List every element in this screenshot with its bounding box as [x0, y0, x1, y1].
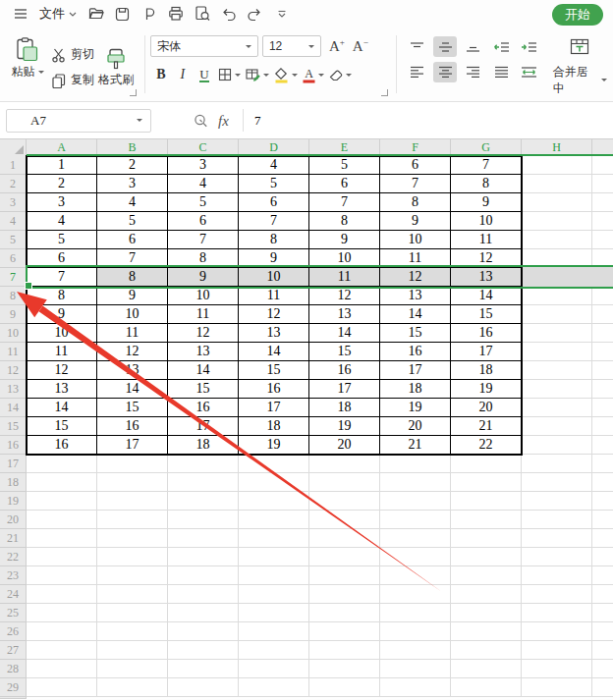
cell-F28[interactable]: [380, 660, 451, 678]
cell-E26[interactable]: [309, 622, 380, 641]
cell-partial-22[interactable]: [592, 548, 613, 566]
cell-B22[interactable]: [97, 548, 168, 566]
cell-C29[interactable]: [168, 678, 239, 697]
cell-partial-3[interactable]: [592, 193, 613, 212]
cell-H8[interactable]: [522, 287, 592, 305]
cell-H10[interactable]: [522, 324, 592, 343]
cell-D28[interactable]: [239, 660, 309, 678]
cell-H23[interactable]: [522, 566, 592, 585]
bold-button[interactable]: B: [150, 64, 172, 85]
cell-G19[interactable]: [451, 492, 522, 511]
cell-G16[interactable]: 22: [451, 436, 522, 455]
cell-partial-15[interactable]: [592, 417, 613, 436]
cell-D7[interactable]: 10: [239, 268, 309, 287]
save-button[interactable]: [110, 3, 135, 25]
cell-D18[interactable]: [239, 473, 309, 492]
cell-A24[interactable]: [27, 585, 97, 604]
cell-D8[interactable]: 11: [239, 287, 309, 305]
cell-partial-13[interactable]: [592, 380, 613, 399]
cell-G18[interactable]: [451, 473, 522, 492]
cell-partial-19[interactable]: [592, 492, 613, 511]
cell-H19[interactable]: [522, 492, 592, 511]
cell-F4[interactable]: 9: [380, 212, 451, 231]
cell-D16[interactable]: 19: [239, 436, 309, 455]
cell-G17[interactable]: [451, 455, 522, 473]
cell-E28[interactable]: [309, 660, 380, 678]
cell-C13[interactable]: 15: [168, 380, 239, 399]
cell-C26[interactable]: [168, 622, 239, 641]
column-header-G[interactable]: G: [451, 139, 522, 156]
cell-B9[interactable]: 10: [97, 305, 168, 324]
cell-B25[interactable]: [97, 604, 168, 622]
cell-F24[interactable]: [380, 585, 451, 604]
paste-dropdown-icon[interactable]: [38, 71, 44, 74]
row-header-12[interactable]: 12: [0, 361, 27, 380]
cell-G4[interactable]: 10: [451, 212, 522, 231]
row-header-15[interactable]: 15: [0, 417, 27, 436]
cell-E17[interactable]: [309, 455, 380, 473]
cell-G1[interactable]: 7: [451, 156, 522, 175]
cell-H14[interactable]: [522, 399, 592, 417]
cell-C5[interactable]: 7: [168, 231, 239, 249]
cell-D22[interactable]: [239, 548, 309, 566]
cell-E24[interactable]: [309, 585, 380, 604]
copy-button[interactable]: 复制: [51, 72, 94, 88]
cell-C6[interactable]: 8: [168, 249, 239, 268]
cell-B2[interactable]: 3: [97, 175, 168, 193]
cell-B1[interactable]: 2: [97, 156, 168, 175]
cell-H3[interactable]: [522, 193, 592, 212]
cell-D6[interactable]: 9: [239, 249, 309, 268]
cell-D9[interactable]: 12: [239, 305, 309, 324]
cell-H22[interactable]: [522, 548, 592, 566]
cell-E29[interactable]: [309, 678, 380, 697]
row-header-24[interactable]: 24: [0, 585, 27, 604]
cell-partial-21[interactable]: [592, 529, 613, 548]
cell-D17[interactable]: [239, 455, 309, 473]
cell-B27[interactable]: [97, 641, 168, 660]
cell-G20[interactable]: [451, 511, 522, 529]
cell-D12[interactable]: 15: [239, 361, 309, 380]
cell-B7[interactable]: 8: [97, 268, 168, 287]
cell-F19[interactable]: [380, 492, 451, 511]
cell-B4[interactable]: 5: [97, 212, 168, 231]
row-header-3[interactable]: 3: [0, 193, 27, 212]
cell-G5[interactable]: 11: [451, 231, 522, 249]
cell-F7[interactable]: 12: [380, 268, 451, 287]
row-header-13[interactable]: 13: [0, 380, 27, 399]
cell-D1[interactable]: 4: [239, 156, 309, 175]
cell-A7[interactable]: 7: [27, 268, 97, 287]
toolbar-more-button[interactable]: [269, 3, 294, 25]
cut-button[interactable]: 剪切: [51, 46, 94, 63]
cell-partial-10[interactable]: [592, 324, 613, 343]
insert-function-button[interactable]: fx: [218, 113, 229, 130]
cell-C3[interactable]: 5: [168, 193, 239, 212]
borders-button[interactable]: [215, 64, 243, 85]
increase-indent-button[interactable]: [517, 36, 540, 57]
cell-B3[interactable]: 4: [97, 193, 168, 212]
cell-A21[interactable]: [27, 529, 97, 548]
print-preview-button[interactable]: [190, 3, 214, 25]
row-header-2[interactable]: 2: [0, 175, 27, 193]
cell-E10[interactable]: 14: [309, 324, 380, 343]
cell-H16[interactable]: [522, 436, 592, 455]
cell-partial-5[interactable]: [592, 231, 613, 249]
align-top-button[interactable]: [406, 36, 429, 57]
cell-G6[interactable]: 12: [451, 249, 522, 268]
cell-C1[interactable]: 3: [168, 156, 239, 175]
clipboard-dialog-launcher[interactable]: [130, 89, 137, 96]
merge-center-button[interactable]: 合并居中: [547, 30, 613, 101]
cell-partial-9[interactable]: [592, 305, 613, 324]
cell-B15[interactable]: 16: [97, 417, 168, 436]
cell-A26[interactable]: [27, 622, 97, 641]
row-header-27[interactable]: 27: [0, 641, 27, 660]
cell-H13[interactable]: [522, 380, 592, 399]
redo-button[interactable]: [243, 3, 267, 25]
name-box-dropdown-icon[interactable]: [137, 119, 142, 122]
cell-D10[interactable]: 13: [239, 324, 309, 343]
cell-E20[interactable]: [309, 511, 380, 529]
cell-A11[interactable]: 11: [27, 343, 97, 361]
cell-E12[interactable]: 16: [309, 361, 380, 380]
column-header-partial[interactable]: [592, 139, 613, 156]
cell-C12[interactable]: 14: [168, 361, 239, 380]
cell-H7[interactable]: [522, 268, 592, 287]
